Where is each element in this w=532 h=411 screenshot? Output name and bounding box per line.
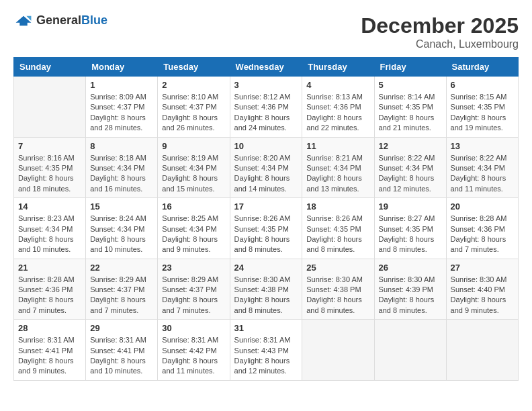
calendar-cell: 17Sunrise: 8:26 AMSunset: 4:35 PMDayligh… (230, 198, 302, 259)
day-info-line: Sunrise: 8:24 AM (90, 214, 146, 222)
day-info-line: Sunset: 4:35 PM (306, 225, 361, 233)
day-number: 27 (451, 263, 514, 273)
calendar-week-row: 14Sunrise: 8:23 AMSunset: 4:34 PMDayligh… (14, 198, 519, 259)
day-info: Sunrise: 8:15 AMSunset: 4:35 PMDaylight:… (451, 92, 514, 134)
day-info-line: Sunset: 4:34 PM (162, 225, 216, 233)
day-info-line: Daylight: 8 hours (18, 295, 74, 304)
day-info-line: Sunset: 4:35 PM (18, 164, 73, 172)
day-info-line: and 7 minutes. (18, 306, 66, 314)
day-info-line: Daylight: 8 hours (379, 174, 435, 182)
calendar-cell: 8Sunrise: 8:18 AMSunset: 4:34 PMDaylight… (86, 137, 158, 198)
day-info-line: and 7 minutes. (162, 306, 210, 314)
day-info-line: Sunset: 4:34 PM (90, 164, 144, 172)
day-info-line: Sunrise: 8:25 AM (162, 214, 218, 222)
day-number: 10 (234, 141, 298, 151)
day-info-line: Sunrise: 8:28 AM (451, 214, 507, 222)
calendar-cell: 12Sunrise: 8:22 AMSunset: 4:34 PMDayligh… (374, 137, 446, 198)
col-saturday: Saturday (446, 58, 518, 77)
day-info-line: Daylight: 8 hours (234, 357, 290, 365)
day-info: Sunrise: 8:25 AMSunset: 4:34 PMDaylight:… (162, 214, 225, 255)
day-info-line: Sunrise: 8:16 AM (18, 154, 75, 162)
calendar-cell: 2Sunrise: 8:10 AMSunset: 4:37 PMDaylight… (158, 77, 230, 138)
day-info-line: and 7 minutes. (90, 306, 138, 314)
day-info-line: Daylight: 8 hours (234, 113, 290, 122)
day-info-line: Daylight: 8 hours (162, 174, 218, 182)
day-info-line: Sunrise: 8:23 AM (18, 214, 75, 222)
day-info-line: Daylight: 8 hours (90, 235, 146, 243)
day-info: Sunrise: 8:29 AMSunset: 4:37 PMDaylight:… (90, 275, 153, 316)
location: Canach, Luxembourg (361, 38, 519, 50)
day-info-line: and 8 minutes. (234, 245, 283, 253)
day-info-line: and 24 minutes. (234, 124, 287, 132)
day-info: Sunrise: 8:29 AMSunset: 4:37 PMDaylight:… (162, 275, 225, 316)
day-number: 17 (234, 201, 298, 212)
day-info-line: Sunset: 4:34 PM (234, 164, 289, 172)
calendar-cell: 27Sunrise: 8:30 AMSunset: 4:40 PMDayligh… (446, 259, 518, 320)
day-info-line: Sunrise: 8:12 AM (234, 93, 291, 101)
day-info-line: Daylight: 8 hours (306, 113, 362, 122)
day-info-line: Sunrise: 8:20 AM (234, 154, 291, 162)
calendar-cell: 29Sunrise: 8:31 AMSunset: 4:41 PMDayligh… (86, 320, 158, 381)
day-info: Sunrise: 8:27 AMSunset: 4:35 PMDaylight:… (379, 214, 442, 255)
day-info-line: Sunset: 4:36 PM (306, 103, 361, 111)
calendar-cell (374, 320, 446, 381)
day-info-line: and 21 minutes. (379, 124, 431, 132)
day-info-line: Sunrise: 8:26 AM (234, 214, 291, 222)
day-info-line: Daylight: 8 hours (18, 357, 74, 365)
calendar-cell: 14Sunrise: 8:23 AMSunset: 4:34 PMDayligh… (14, 198, 86, 259)
calendar-cell: 11Sunrise: 8:21 AMSunset: 4:34 PMDayligh… (302, 137, 374, 198)
day-info-line: Sunrise: 8:22 AM (451, 154, 507, 162)
calendar-cell: 25Sunrise: 8:30 AMSunset: 4:38 PMDayligh… (302, 259, 374, 320)
day-info-line: and 8 minutes. (379, 245, 427, 253)
day-number: 16 (162, 201, 225, 212)
day-number: 20 (451, 201, 514, 212)
day-info-line: and 19 minutes. (451, 124, 503, 132)
day-info-line: Sunset: 4:34 PM (306, 164, 361, 172)
day-number: 14 (18, 201, 81, 212)
day-info: Sunrise: 8:24 AMSunset: 4:34 PMDaylight:… (90, 214, 153, 255)
day-info: Sunrise: 8:28 AMSunset: 4:36 PMDaylight:… (451, 214, 514, 255)
day-info-line: and 8 minutes. (234, 306, 283, 314)
page-header: GeneralBlue December 2025 Canach, Luxemb… (13, 13, 519, 50)
day-info: Sunrise: 8:18 AMSunset: 4:34 PMDaylight:… (90, 153, 153, 195)
day-info-line: Sunrise: 8:31 AM (18, 336, 75, 344)
col-friday: Friday (374, 58, 446, 77)
day-info-line: and 8 minutes. (306, 306, 355, 314)
day-info-line: Daylight: 8 hours (306, 174, 362, 182)
day-info: Sunrise: 8:21 AMSunset: 4:34 PMDaylight:… (306, 153, 369, 195)
calendar-cell: 18Sunrise: 8:26 AMSunset: 4:35 PMDayligh… (302, 198, 374, 259)
day-info-line: Daylight: 8 hours (18, 235, 74, 243)
day-info-line: Daylight: 8 hours (306, 295, 362, 304)
day-info-line: Sunset: 4:37 PM (162, 285, 216, 293)
day-info-line: Sunset: 4:36 PM (451, 225, 505, 233)
day-info: Sunrise: 8:30 AMSunset: 4:38 PMDaylight:… (306, 275, 369, 316)
day-info-line: and 18 minutes. (18, 185, 71, 193)
calendar-cell: 24Sunrise: 8:30 AMSunset: 4:38 PMDayligh… (230, 259, 302, 320)
day-info-line: and 8 minutes. (379, 306, 427, 314)
day-info-line: Sunset: 4:42 PM (162, 347, 216, 355)
day-number: 8 (90, 141, 153, 151)
col-sunday: Sunday (14, 58, 86, 77)
day-info-line: and 11 minutes. (451, 185, 503, 193)
day-info: Sunrise: 8:10 AMSunset: 4:37 PMDaylight:… (162, 92, 225, 134)
day-info-line: and 10 minutes. (90, 245, 142, 253)
day-info-line: Sunset: 4:34 PM (18, 225, 73, 233)
day-number: 23 (162, 263, 225, 273)
day-number: 29 (90, 323, 153, 333)
day-info-line: Sunrise: 8:31 AM (234, 336, 291, 344)
day-info-line: Sunset: 4:34 PM (162, 164, 216, 172)
day-info-line: Sunset: 4:34 PM (90, 225, 144, 233)
calendar-cell: 16Sunrise: 8:25 AMSunset: 4:34 PMDayligh… (158, 198, 230, 259)
day-info: Sunrise: 8:30 AMSunset: 4:39 PMDaylight:… (379, 275, 442, 316)
day-info: Sunrise: 8:22 AMSunset: 4:34 PMDaylight:… (379, 153, 442, 195)
day-info-line: Sunset: 4:35 PM (234, 225, 289, 233)
day-number: 28 (18, 323, 81, 333)
day-info-line: Daylight: 8 hours (162, 357, 218, 365)
day-info-line: and 28 minutes. (90, 124, 142, 132)
day-number: 24 (234, 263, 298, 273)
calendar-cell: 6Sunrise: 8:15 AMSunset: 4:35 PMDaylight… (446, 77, 518, 138)
day-info-line: Sunset: 4:38 PM (306, 285, 361, 293)
day-number: 15 (90, 201, 153, 212)
day-info-line: Daylight: 8 hours (18, 174, 74, 182)
day-info-line: Sunset: 4:34 PM (379, 164, 433, 172)
